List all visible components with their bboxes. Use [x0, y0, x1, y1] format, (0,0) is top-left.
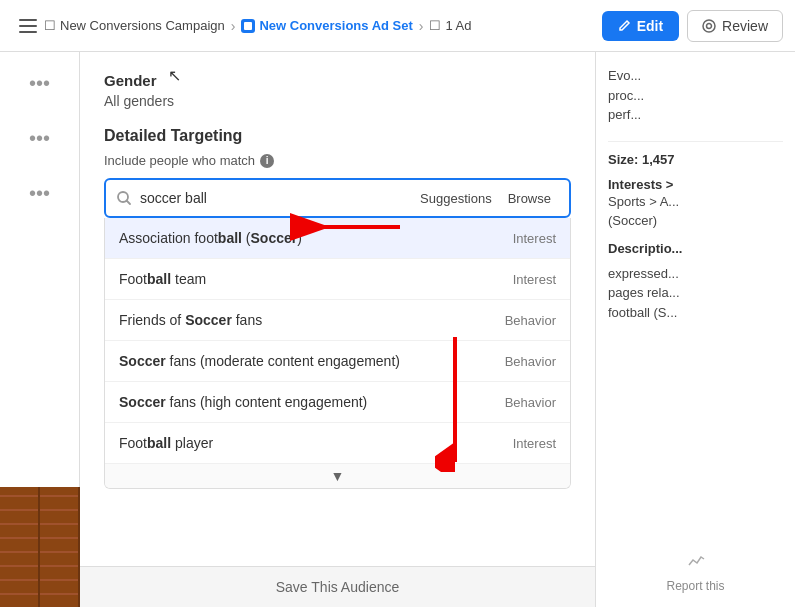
- breadcrumb-campaign[interactable]: ☐ New Conversions Campaign: [44, 18, 225, 33]
- sidebar-menu-1[interactable]: •••: [21, 64, 58, 103]
- right-panel-description-label: Descriptio...: [608, 241, 783, 256]
- sidebar-toggle[interactable]: [12, 10, 44, 42]
- save-audience-button[interactable]: Save This Audience: [276, 579, 400, 595]
- top-bar-actions: Edit Review: [602, 10, 783, 42]
- right-panel-description-text: expressed...pages rela...football (S...: [608, 264, 783, 323]
- breadcrumb-adset[interactable]: New Conversions Ad Set: [241, 18, 412, 33]
- top-bar: ☐ New Conversions Campaign › New Convers…: [0, 0, 795, 52]
- search-container: Suggestions Browse: [104, 178, 571, 218]
- browse-tab[interactable]: Browse: [500, 187, 559, 210]
- breadcrumb: ☐ New Conversions Campaign › New Convers…: [44, 18, 602, 34]
- campaign-icon: ☐: [44, 18, 56, 33]
- info-icon[interactable]: i: [260, 154, 274, 168]
- right-panel-size: Size: 1,457: [608, 152, 783, 167]
- adset-icon: [241, 19, 255, 33]
- detailed-targeting-section: Detailed Targeting Include people who ma…: [104, 127, 571, 489]
- search-icon: [116, 190, 132, 206]
- result-item-4-type: Behavior: [505, 354, 556, 369]
- result-item-2-name: Football team: [119, 271, 206, 287]
- sidebar-narrow: ••• ••• •••: [0, 52, 80, 607]
- result-item-3-name: Friends of Soccer fans: [119, 312, 262, 328]
- result-item-4-name: Soccer fans (moderate content engagement…: [119, 353, 400, 369]
- brick-background: [0, 487, 80, 607]
- svg-line-7: [127, 201, 131, 205]
- suggestions-tab[interactable]: Suggestions: [412, 187, 500, 210]
- result-item-1[interactable]: Association football (Soccer) Interest: [105, 218, 570, 259]
- main-layout: ••• ••• ••• Gender All genders Detailed …: [0, 52, 795, 607]
- right-panel-intro: Evo...proc...perf...: [608, 66, 783, 125]
- right-panel-chart-icon: [608, 543, 783, 571]
- result-item-5-type: Behavior: [505, 395, 556, 410]
- breadcrumb-sep-2: ›: [419, 18, 424, 34]
- result-item-5-name: Soccer fans (high content engagement): [119, 394, 367, 410]
- svg-point-4: [703, 20, 715, 32]
- adset-label[interactable]: New Conversions Ad Set: [259, 18, 412, 33]
- edit-button[interactable]: Edit: [602, 11, 679, 41]
- result-item-6-type: Interest: [513, 436, 556, 451]
- review-button[interactable]: Review: [687, 10, 783, 42]
- result-item-4[interactable]: Soccer fans (moderate content engagement…: [105, 341, 570, 382]
- include-label-text: Include people who match: [104, 153, 255, 168]
- scroll-arrow-down: ▼: [331, 468, 345, 484]
- search-input[interactable]: [140, 180, 412, 216]
- right-panel-interests-detail: Sports > A...(Soccer): [608, 192, 783, 231]
- result-item-6-name: Football player: [119, 435, 213, 451]
- ad-label[interactable]: 1 Ad: [445, 18, 471, 33]
- result-item-5[interactable]: Soccer fans (high content engagement) Be…: [105, 382, 570, 423]
- include-label: Include people who match i: [104, 153, 571, 168]
- sidebar-menu-2[interactable]: •••: [21, 119, 58, 158]
- result-item-2-type: Interest: [513, 272, 556, 287]
- dropdown-results: Association football (Soccer) Interest F…: [104, 218, 571, 489]
- svg-rect-0: [19, 19, 37, 21]
- review-label: Review: [722, 18, 768, 34]
- breadcrumb-ad[interactable]: ☐ 1 Ad: [429, 18, 471, 33]
- svg-rect-3: [244, 22, 252, 30]
- svg-rect-2: [19, 31, 37, 33]
- detailed-targeting-title: Detailed Targeting: [104, 127, 571, 145]
- top-bar-left: [12, 10, 44, 42]
- gender-section: Gender All genders: [104, 72, 571, 109]
- gender-value: All genders: [104, 93, 571, 109]
- svg-point-5: [707, 23, 712, 28]
- result-item-1-name: Association football (Soccer): [119, 230, 302, 246]
- result-item-6[interactable]: Football player Interest: [105, 423, 570, 464]
- result-item-2[interactable]: Football team Interest: [105, 259, 570, 300]
- content-area: Gender All genders Detailed Targeting In…: [80, 52, 595, 607]
- right-panel-interests-label: Interests >: [608, 177, 783, 192]
- result-item-3-type: Behavior: [505, 313, 556, 328]
- result-item-1-type: Interest: [513, 231, 556, 246]
- campaign-label[interactable]: New Conversions Campaign: [60, 18, 225, 33]
- result-item-3[interactable]: Friends of Soccer fans Behavior: [105, 300, 570, 341]
- scroll-indicator: ▼: [105, 464, 570, 488]
- search-tabs: Suggestions Browse: [412, 187, 559, 210]
- bottom-bar: Save This Audience: [80, 566, 595, 607]
- svg-rect-1: [19, 25, 37, 27]
- breadcrumb-sep-1: ›: [231, 18, 236, 34]
- report-this[interactable]: Report this: [608, 571, 783, 593]
- gender-label: Gender: [104, 72, 571, 89]
- ad-icon: ☐: [429, 18, 441, 33]
- sidebar-menu-3[interactable]: •••: [21, 174, 58, 213]
- edit-label: Edit: [637, 18, 663, 34]
- right-panel: Evo...proc...perf... Size: 1,457 Interes…: [595, 52, 795, 607]
